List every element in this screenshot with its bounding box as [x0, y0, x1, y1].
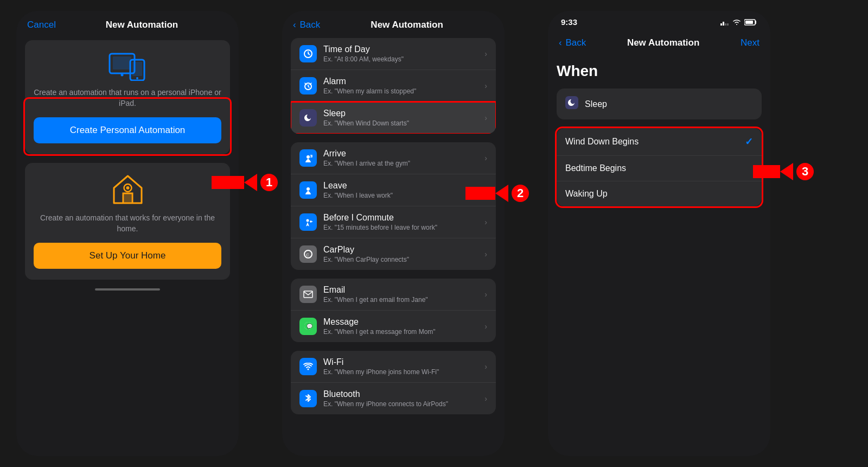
svg-rect-27	[565, 96, 578, 109]
bedtime-text: Bedtime Begins	[565, 163, 626, 173]
arrow-body-1	[212, 176, 244, 189]
svg-rect-4	[132, 62, 142, 76]
list-item-commute[interactable]: Before I Commute Ex. "15 minutes before …	[291, 206, 496, 238]
carplay-icon: C	[299, 245, 317, 263]
wifi-subtitle: Ex. "When my iPhone joins home Wi-Fi"	[323, 368, 484, 376]
chevron-commute: ›	[484, 218, 487, 226]
option-bedtime[interactable]: Bedtime Begins	[557, 156, 762, 181]
commute-title: Before I Commute	[323, 213, 484, 223]
chevron-time: ›	[484, 49, 487, 58]
when-selected-text: Sleep	[585, 99, 607, 109]
home-automation-card: Create an automation that works for ever…	[25, 163, 230, 280]
arrow-head-3	[780, 163, 793, 180]
leave-icon	[299, 181, 317, 199]
list-item-sleep[interactable]: Sleep Ex. "When Wind Down starts" ›	[291, 102, 496, 134]
list-item-email[interactable]: Email Ex. "When I get an email from Jane…	[291, 279, 496, 311]
waking-up-text: Waking Up	[565, 189, 608, 199]
home-icon	[110, 174, 145, 206]
arrow-1: 1	[212, 174, 278, 191]
arrive-title: Arrive	[323, 149, 484, 159]
screen1-navbar: Cancel New Automation	[16, 11, 239, 35]
status-time: 9:33	[561, 17, 577, 27]
bluetooth-title: Bluetooth	[323, 389, 484, 399]
email-text: Email Ex. "When I get an email from Jane…	[323, 285, 484, 304]
screen2-back[interactable]: ‹ Back	[293, 20, 320, 30]
bluetooth-text: Bluetooth Ex. "When my iPhone connects t…	[323, 389, 484, 408]
when-title: When	[557, 58, 762, 89]
wifi-icon	[299, 358, 317, 375]
carplay-subtitle: Ex. "When CarPlay connects"	[323, 256, 484, 263]
section-messaging: Email Ex. "When I get an email from Jane…	[291, 279, 496, 342]
chevron-arrive: ›	[484, 154, 487, 162]
battery-icon	[744, 19, 757, 26]
list-item-bluetooth[interactable]: Bluetooth Ex. "When my iPhone connects t…	[291, 383, 496, 414]
commute-subtitle: Ex. "15 minutes before I leave for work"	[323, 224, 484, 231]
time-of-day-icon	[299, 45, 317, 62]
phone-screen-3: 9:33	[548, 11, 770, 456]
wifi-text: Wi-Fi Ex. "When my iPhone joins home Wi-…	[323, 357, 484, 376]
sleep-title: Sleep	[323, 109, 484, 118]
svg-point-12	[307, 187, 310, 191]
wifi-status-icon	[732, 19, 741, 26]
status-bar: 9:33	[548, 11, 770, 29]
list-item-wifi[interactable]: Wi-Fi Ex. "When my iPhone joins home Wi-…	[291, 351, 496, 383]
screen1-cancel[interactable]: Cancel	[27, 20, 56, 30]
section-time: Time of Day Ex. "At 8:00 AM, weekdays" ›	[291, 38, 496, 134]
screen3-next[interactable]: Next	[741, 37, 760, 48]
svg-rect-1	[113, 56, 131, 70]
list-item-alarm[interactable]: Alarm Ex. "When my alarm is stopped" ›	[291, 70, 496, 102]
arrow-body-3	[753, 165, 780, 178]
wifi-title: Wi-Fi	[323, 357, 484, 367]
svg-rect-23	[725, 23, 726, 26]
section-location: Arrive Ex. "When I arrive at the gym" ›	[291, 142, 496, 270]
list-item-message[interactable]: 💬 Message Ex. "When I get a message from…	[291, 311, 496, 342]
chevron-carplay: ›	[484, 250, 487, 258]
message-text: Message Ex. "When I get a message from M…	[323, 317, 484, 336]
leave-title: Leave	[323, 181, 484, 191]
home-description: Create an automation that works for ever…	[34, 213, 221, 234]
svg-rect-24	[727, 23, 729, 26]
create-personal-automation-button[interactable]: Create Personal Automation	[34, 117, 221, 143]
phone-screen-2: ‹ Back New Automation Time	[282, 11, 505, 456]
sleep-text: Sleep Ex. "When Wind Down starts"	[323, 109, 484, 127]
option-waking-up[interactable]: Waking Up	[557, 181, 762, 206]
time-of-day-title: Time of Day	[323, 45, 484, 54]
alarm-icon	[299, 77, 317, 94]
arrow-label-2: 2	[512, 185, 529, 202]
chevron-bluetooth: ›	[484, 394, 487, 403]
leave-subtitle: Ex. "When I leave work"	[323, 192, 484, 199]
alarm-text: Alarm Ex. "When my alarm is stopped"	[323, 77, 484, 95]
chevron-sleep: ›	[484, 113, 487, 122]
alarm-subtitle: Ex. "When my alarm is stopped"	[323, 87, 484, 95]
list-item-carplay[interactable]: C CarPlay Ex. "When CarPlay connects" ›	[291, 238, 496, 270]
carplay-title: CarPlay	[323, 245, 484, 255]
set-up-home-button[interactable]: Set Up Your Home	[34, 243, 221, 269]
arrow-2: 2	[465, 185, 529, 202]
option-wind-down[interactable]: Wind Down Begins ✓	[557, 128, 762, 156]
arrive-subtitle: Ex. "When I arrive at the gym"	[323, 160, 484, 167]
svg-point-11	[307, 155, 310, 159]
screen3-back[interactable]: ‹ Back	[559, 37, 586, 48]
screen2-navbar: ‹ Back New Automation	[282, 11, 505, 35]
screen1-content: Create an automation that runs on a pers…	[16, 35, 239, 447]
chevron-alarm: ›	[484, 81, 487, 90]
arrow-head-1	[244, 174, 257, 191]
svg-point-8	[126, 186, 129, 190]
arrow-body-2	[465, 187, 495, 200]
signal-icon	[720, 19, 729, 26]
chevron-message: ›	[484, 322, 487, 331]
commute-icon	[299, 213, 317, 231]
list-item-time-of-day[interactable]: Time of Day Ex. "At 8:00 AM, weekdays" ›	[291, 38, 496, 70]
svg-point-13	[307, 219, 309, 222]
carplay-text: CarPlay Ex. "When CarPlay connects"	[323, 245, 484, 263]
status-icons	[720, 19, 757, 26]
time-of-day-subtitle: Ex. "At 8:00 AM, weekdays"	[323, 55, 484, 63]
bluetooth-subtitle: Ex. "When my iPhone connects to AirPods"	[323, 400, 484, 408]
sleep-options-list: Wind Down Begins ✓ Bedtime Begins Waking…	[557, 128, 762, 206]
chevron-wifi: ›	[484, 362, 487, 371]
list-item-arrive[interactable]: Arrive Ex. "When I arrive at the gym" ›	[291, 142, 496, 174]
alarm-title: Alarm	[323, 77, 484, 86]
svg-point-5	[136, 77, 138, 79]
message-subtitle: Ex. "When I get a message from Mom"	[323, 328, 484, 336]
home-indicator-s1	[95, 288, 160, 291]
